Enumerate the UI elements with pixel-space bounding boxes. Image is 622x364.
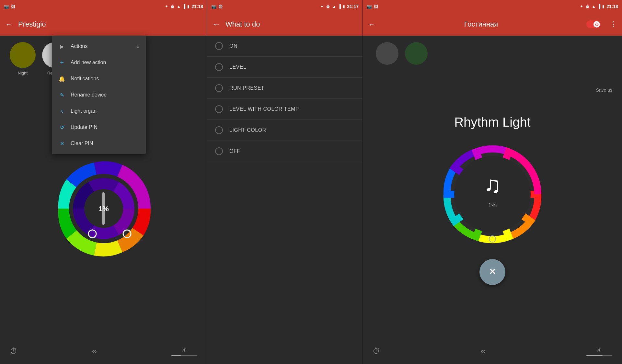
- close-icon: ✕: [489, 267, 496, 277]
- more-button[interactable]: ⋮: [610, 20, 617, 28]
- menu-item-update-pin[interactable]: ↺ Update PIN: [52, 119, 146, 135]
- list-label-run-preset: RUN PRESET: [229, 85, 264, 91]
- music-note-icon: ♫: [58, 108, 65, 115]
- pencil-icon: ✎: [58, 91, 65, 98]
- back-button-1[interactable]: ←: [5, 20, 13, 29]
- menu-item-actions[interactable]: ▶ Actions 0: [52, 38, 146, 54]
- status-right-icons-2: ✦ ⏰ ▲ ▐ ▮ 21:17: [320, 4, 359, 9]
- list-item-level-color-temp[interactable]: LEVEL WITH COLOR TEMP: [207, 99, 363, 120]
- power-icon: ⏻: [595, 22, 599, 26]
- radio-run-preset[interactable]: [215, 84, 223, 92]
- image-icon-3: 🖼: [374, 4, 378, 9]
- list-label-off: OFF: [229, 148, 240, 154]
- app-title-2: What to do: [225, 20, 357, 28]
- infinity-icon: ∞: [92, 347, 97, 355]
- svg-rect-2: [102, 192, 105, 225]
- camera-icon: 📷: [4, 4, 9, 9]
- list-label-level: LEVEL: [229, 64, 246, 70]
- menu-label-actions: Actions: [71, 43, 87, 49]
- menu-item-rename[interactable]: ✎ Rename device: [52, 87, 146, 103]
- dropdown-menu: ▶ Actions 0 + Add new action 🔔 Notificat…: [52, 36, 146, 154]
- image-icon-2: 🖼: [218, 4, 223, 9]
- actions-badge: 0: [137, 44, 139, 49]
- status-left-icons-2: 📷 🖼: [211, 4, 223, 9]
- color-wheel-svg[interactable]: 1%: [52, 157, 156, 260]
- list-item-level[interactable]: LEVEL: [207, 57, 363, 78]
- battery-icon: ▮: [187, 4, 190, 9]
- back-button-2[interactable]: ←: [213, 20, 220, 29]
- list-item-light-color[interactable]: LIGHT COLOR: [207, 120, 363, 141]
- camera-icon-2: 📷: [211, 4, 216, 9]
- app-title-3: Гостинная: [381, 20, 581, 28]
- signal-icon-2: ▐: [338, 4, 341, 9]
- preset-circle-night: [10, 42, 36, 68]
- save-as-label[interactable]: Save as: [596, 87, 612, 93]
- status-bar-3: 📷 🖼 ✦ ⏰ ▲ ▐ ▮ 21:18: [363, 0, 622, 13]
- menu-label-rename: Rename device: [71, 92, 107, 98]
- rhythm-wheel-wrapper[interactable]: ♫ 1%: [431, 133, 554, 256]
- p3-preset-2[interactable]: [405, 42, 428, 65]
- p3-preset-1[interactable]: [376, 42, 398, 65]
- menu-item-add-action[interactable]: + Add new action: [52, 54, 146, 71]
- panel-3: 📷 🖼 ✦ ⏰ ▲ ▐ ▮ 21:18 ← Гостинная ⏻ ⋮: [363, 0, 622, 364]
- app-bar-1: ← Prestigio: [0, 13, 207, 36]
- list-label-level-color-temp: LEVEL WITH COLOR TEMP: [229, 106, 299, 112]
- clock-icon[interactable]: ⏱: [10, 347, 17, 356]
- radio-on[interactable]: [215, 42, 223, 50]
- brightness-icon[interactable]: ☀: [181, 346, 187, 354]
- preset-label-night: Night: [18, 71, 28, 75]
- menu-item-light-organ[interactable]: ♫ Light organ: [52, 103, 146, 119]
- bluetooth-icon-2: ✦: [320, 4, 324, 9]
- radio-off[interactable]: [215, 147, 223, 155]
- status-bar-1: 📷 🖼 ✦ ⏰ ▲ ▐ ▮ 21:18: [0, 0, 207, 13]
- music-note-display: ♫: [484, 172, 501, 198]
- menu-item-notifications[interactable]: 🔔 Notifications: [52, 71, 146, 87]
- rhythm-title: Rhythm Light: [454, 115, 531, 130]
- radio-level-color-temp[interactable]: [215, 105, 223, 113]
- list-item-on[interactable]: ON: [207, 36, 363, 57]
- list-label-on: ON: [229, 43, 237, 49]
- back-button-3[interactable]: ←: [368, 20, 376, 29]
- bottom-bar-3: ⏱ ∞ ☀: [363, 338, 622, 364]
- app-bar-2: ← What to do: [207, 13, 363, 36]
- status-left-icons: 📷 🖼: [4, 4, 15, 9]
- p3-presets: [376, 42, 428, 65]
- time-display-1: 21:18: [191, 4, 203, 9]
- power-toggle[interactable]: ⏻: [586, 20, 601, 28]
- menu-label-light-organ: Light organ: [71, 108, 97, 114]
- radio-level[interactable]: [215, 63, 223, 71]
- battery-icon-3: ▮: [602, 4, 605, 9]
- bell-icon: 🔔: [58, 75, 65, 82]
- rhythm-wheel-svg[interactable]: ♫ 1%: [431, 133, 554, 256]
- brightness-icon-3[interactable]: ☀: [596, 346, 602, 354]
- bottom-bar-1: ⏱ ∞ ☀: [0, 338, 207, 364]
- add-icon: +: [58, 59, 65, 66]
- menu-item-clear-pin[interactable]: ✕ Clear PIN: [52, 135, 146, 152]
- refresh-icon: ↺: [58, 124, 65, 131]
- radio-light-color[interactable]: [215, 126, 223, 134]
- signal-icon: ▐: [183, 4, 186, 9]
- signal-icon-3: ▐: [598, 4, 601, 9]
- alarm-icon: ⏰: [170, 4, 175, 9]
- image-icon: 🖼: [11, 4, 15, 9]
- preset-night[interactable]: Night: [10, 42, 36, 75]
- infinity-icon-3: ∞: [481, 347, 486, 355]
- status-right-icons-3: ✦ ⏰ ▲ ▐ ▮ 21:18: [580, 4, 618, 9]
- wifi-icon-3: ▲: [592, 4, 596, 9]
- rhythm-content: Save as Rhythm Light: [363, 36, 622, 338]
- bluetooth-icon-3: ✦: [580, 4, 583, 9]
- menu-label-clear-pin: Clear PIN: [71, 141, 93, 146]
- alarm-icon-3: ⏰: [585, 4, 590, 9]
- clock-icon-3[interactable]: ⏱: [373, 347, 380, 356]
- alarm-icon-2: ⏰: [326, 4, 330, 9]
- x-icon: ✕: [58, 140, 65, 147]
- time-display-3: 21:18: [606, 4, 618, 9]
- wifi-icon: ▲: [177, 4, 181, 9]
- power-knob: ⏻: [593, 21, 600, 28]
- status-right-icons: ✦ ⏰ ▲ ▐ ▮ 21:18: [165, 4, 203, 9]
- list-item-off[interactable]: OFF: [207, 141, 363, 162]
- close-fab[interactable]: ✕: [479, 259, 505, 285]
- app-bar-3: ← Гостинная ⏻ ⋮: [363, 13, 622, 36]
- list-label-light-color: LIGHT COLOR: [229, 127, 266, 133]
- list-item-run-preset[interactable]: RUN PRESET: [207, 78, 363, 99]
